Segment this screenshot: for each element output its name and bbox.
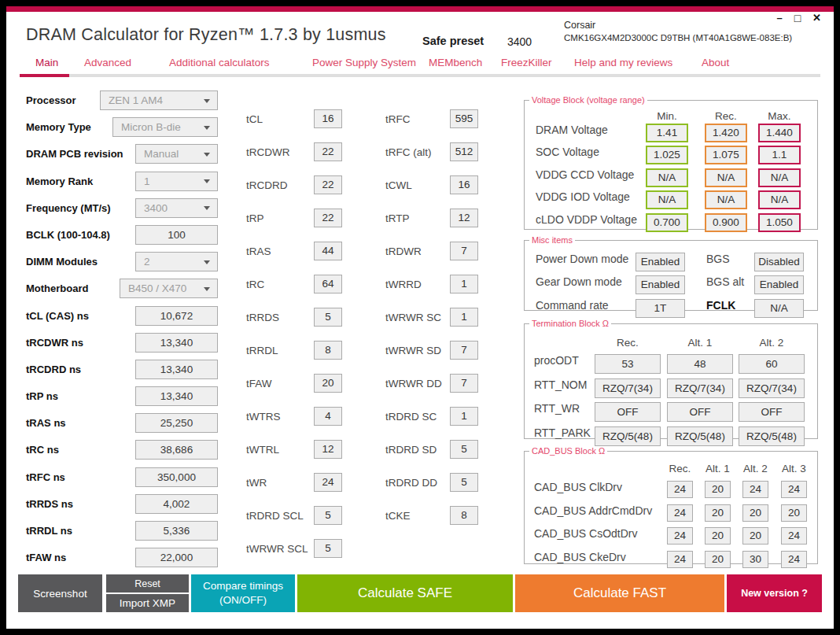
- tab-help-and-reviews[interactable]: Help and my reviews: [574, 57, 672, 68]
- trfc-input[interactable]: 595: [450, 109, 478, 128]
- addrcmddrv-alt2[interactable]: 20: [742, 504, 768, 522]
- minimize-icon[interactable]: –: [776, 11, 782, 25]
- tab-freezkiller[interactable]: FreezKiller: [501, 57, 552, 68]
- rtt-park-alt2[interactable]: RZQ/5(48): [739, 426, 805, 446]
- trc-input[interactable]: 64: [314, 275, 342, 294]
- twrwr-sd-input[interactable]: 7: [450, 341, 478, 360]
- trtp-input[interactable]: 12: [450, 209, 478, 227]
- import-xmp-button[interactable]: Import XMP: [106, 594, 189, 612]
- compare-timings-button[interactable]: Compare timings (ON/OFF): [191, 574, 295, 612]
- memory-type-select[interactable]: Micron B-die: [112, 117, 218, 137]
- vddg-iod-min[interactable]: N/A: [646, 190, 688, 209]
- close-icon[interactable]: ✕: [812, 11, 821, 25]
- trdrd-sc-input[interactable]: 1: [450, 407, 478, 426]
- csodtdrv-alt2[interactable]: 20: [742, 527, 768, 545]
- twr-input[interactable]: 24: [314, 473, 342, 492]
- command-rate-value[interactable]: 1T: [636, 299, 685, 318]
- addrcmddrv-alt1[interactable]: 20: [705, 504, 731, 522]
- motherboard-select[interactable]: B450 / X470: [120, 279, 218, 298]
- trcdrd-ns-input[interactable]: 13,340: [135, 360, 218, 379]
- trdrd-sd-input[interactable]: 5: [450, 440, 478, 459]
- procodt-alt2[interactable]: 60: [739, 354, 805, 374]
- processor-select[interactable]: ZEN 1 AM4: [100, 90, 218, 110]
- tab-power-supply-system[interactable]: Power Supply System: [312, 57, 416, 68]
- trdwr-input[interactable]: 7: [450, 242, 478, 260]
- cldo-vddp-rec[interactable]: 0.900: [705, 213, 747, 232]
- soc-voltage-min[interactable]: 1.025: [646, 146, 688, 164]
- ckedrv-rec[interactable]: 24: [667, 551, 693, 568]
- trdrd-scl-input[interactable]: 5: [314, 506, 342, 525]
- tab-advanced[interactable]: Advanced: [84, 57, 131, 68]
- new-version-button[interactable]: New version ?: [727, 574, 822, 612]
- ckedrv-alt2[interactable]: 30: [742, 551, 768, 568]
- maximize-icon[interactable]: □: [794, 11, 801, 25]
- trcdrd-input[interactable]: 22: [314, 175, 342, 194]
- rtt-park-alt1[interactable]: RZQ/5(48): [667, 426, 733, 446]
- frequency-select[interactable]: 3400: [135, 198, 218, 218]
- tfaw-input[interactable]: 20: [314, 374, 342, 393]
- tab-main[interactable]: Main: [35, 57, 58, 68]
- ckedrv-alt1[interactable]: 20: [705, 551, 731, 568]
- clkdrv-rec[interactable]: 24: [667, 481, 693, 498]
- rtt-nom-rec[interactable]: RZQ/7(34): [595, 378, 661, 398]
- dram-voltage-rec[interactable]: 1.420: [705, 124, 747, 142]
- trrdl-input[interactable]: 8: [314, 341, 342, 360]
- cldo-vddp-max[interactable]: 1.050: [758, 213, 801, 232]
- twtrl-input[interactable]: 12: [314, 440, 342, 459]
- tab-additional-calculators[interactable]: Additional calculators: [169, 57, 270, 68]
- rtt-wr-alt1[interactable]: OFF: [667, 402, 733, 422]
- tab-membench[interactable]: MEMbench: [429, 57, 482, 68]
- ckedrv-alt3[interactable]: 24: [781, 551, 807, 568]
- tcke-input[interactable]: 8: [450, 506, 478, 525]
- soc-voltage-rec[interactable]: 1.075: [705, 146, 747, 164]
- twrrd-input[interactable]: 1: [450, 275, 478, 294]
- vddg-ccd-max[interactable]: N/A: [758, 168, 801, 187]
- calculate-safe-button[interactable]: Calculate SAFE: [297, 574, 513, 612]
- rtt-wr-rec[interactable]: OFF: [595, 402, 661, 422]
- clkdrv-alt3[interactable]: 24: [781, 481, 807, 498]
- rtt-nom-alt2[interactable]: RZQ/7(34): [739, 378, 805, 398]
- dimm-modules-select[interactable]: 2: [135, 252, 218, 271]
- trcdwr-ns-input[interactable]: 13,340: [135, 333, 218, 353]
- clkdrv-alt2[interactable]: 24: [742, 481, 768, 498]
- twrwr-sc-input[interactable]: 1: [450, 308, 478, 327]
- tcl-ns-input[interactable]: 10,672: [135, 306, 218, 326]
- rtt-park-rec[interactable]: RZQ/5(48): [595, 426, 661, 446]
- procodt-rec[interactable]: 53: [595, 354, 661, 374]
- csodtdrv-alt3[interactable]: 24: [781, 527, 807, 545]
- rtt-nom-alt1[interactable]: RZQ/7(34): [667, 378, 733, 398]
- addrcmddrv-alt3[interactable]: 20: [781, 504, 807, 522]
- pcb-revision-select[interactable]: Manual: [135, 144, 218, 164]
- procodt-alt1[interactable]: 48: [667, 354, 733, 374]
- csodtdrv-rec[interactable]: 24: [667, 527, 693, 545]
- csodtdrv-alt1[interactable]: 20: [705, 527, 731, 545]
- tcwl-input[interactable]: 16: [450, 175, 478, 194]
- soc-voltage-max[interactable]: 1.1: [758, 146, 801, 164]
- vddg-ccd-min[interactable]: N/A: [646, 168, 688, 187]
- trrds-ns-input[interactable]: 4,002: [135, 494, 218, 514]
- trrdl-ns-input[interactable]: 5,336: [135, 521, 218, 541]
- vddg-ccd-rec[interactable]: N/A: [705, 168, 747, 187]
- dram-voltage-max[interactable]: 1.440: [758, 124, 801, 142]
- tras-input[interactable]: 44: [314, 242, 342, 260]
- vddg-iod-max[interactable]: N/A: [758, 190, 801, 209]
- trfc-ns-input[interactable]: 350,000: [135, 467, 218, 487]
- calculate-fast-button[interactable]: Calculate FAST: [515, 574, 724, 612]
- bclk-input[interactable]: 100: [135, 225, 218, 245]
- rtt-wr-alt2[interactable]: OFF: [739, 402, 805, 422]
- trdrd-dd-input[interactable]: 5: [450, 473, 478, 492]
- fclk-value[interactable]: N/A: [754, 299, 804, 318]
- clkdrv-alt1[interactable]: 20: [705, 481, 731, 498]
- screenshot-button[interactable]: Screenshot: [18, 574, 102, 612]
- addrcmddrv-rec[interactable]: 24: [667, 504, 693, 522]
- bgs-value[interactable]: Disabled: [754, 253, 804, 271]
- tfaw-ns-input[interactable]: 22,000: [135, 548, 218, 567]
- bgs-alt-value[interactable]: Enabled: [754, 275, 804, 294]
- twrwr-scl-input[interactable]: 5: [314, 539, 342, 558]
- tras-ns-input[interactable]: 25,250: [135, 413, 218, 433]
- vddg-iod-rec[interactable]: N/A: [705, 190, 747, 209]
- tcl-input[interactable]: 16: [314, 109, 342, 128]
- reset-button[interactable]: Reset: [106, 574, 189, 593]
- trc-ns-input[interactable]: 38,686: [135, 440, 218, 460]
- twtrs-input[interactable]: 4: [314, 407, 342, 426]
